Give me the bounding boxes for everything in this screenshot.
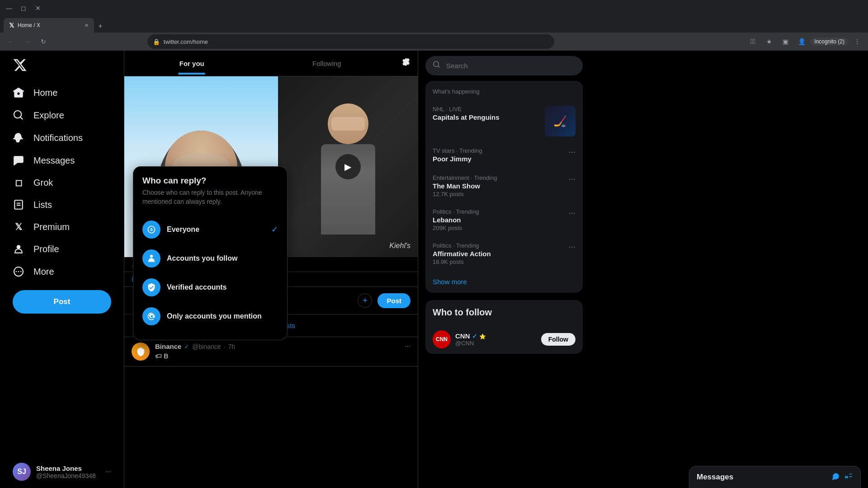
reply-option-verified[interactable]: Verified accounts bbox=[142, 273, 278, 302]
new-message-icon[interactable] bbox=[831, 472, 840, 483]
mentioned-icon bbox=[142, 307, 160, 325]
cnn-verified-icon: ✓ bbox=[472, 333, 477, 340]
post-handle: @binance bbox=[192, 343, 221, 350]
search-input-wrap[interactable] bbox=[425, 56, 583, 75]
back-button[interactable]: ← bbox=[4, 34, 18, 49]
forward-button[interactable]: → bbox=[20, 34, 34, 49]
bookmark-star-icon[interactable]: ★ bbox=[762, 34, 776, 49]
new-tab-button[interactable]: + bbox=[94, 20, 107, 33]
trending-item-entertainment[interactable]: Entertainment · Trending The Man Show 12… bbox=[425, 169, 583, 203]
tab-search-icon[interactable]: ▣ bbox=[778, 34, 793, 49]
post-item-binance[interactable]: Binance ✓ @binance · 7h 🏷 B ··· bbox=[124, 337, 418, 366]
profile-icon[interactable]: 👤 bbox=[794, 34, 809, 49]
trending-item-lebanon[interactable]: Politics · Trending Lebanon 209K posts ·… bbox=[425, 203, 583, 237]
cnn-name: CNN ✓ ⭐ bbox=[455, 332, 537, 340]
post-submit-button[interactable]: Post bbox=[377, 293, 410, 308]
who-to-follow-title: Who to follow bbox=[425, 300, 583, 325]
more-icon bbox=[13, 266, 24, 277]
x-favicon-icon: 𝕏 bbox=[9, 22, 14, 29]
whats-happening-header: What's happening bbox=[425, 81, 583, 100]
verified-label: Verified accounts bbox=[167, 283, 227, 291]
expand-messages-icon[interactable] bbox=[844, 472, 853, 483]
post-text: 🏷 B bbox=[155, 351, 399, 361]
user-info: Sheena Jones @SheenaJone49348 bbox=[36, 465, 96, 479]
entertainment-more-icon[interactable]: ··· bbox=[569, 174, 576, 184]
lock-icon: 🔒 bbox=[153, 38, 160, 45]
trending-item-affirmative-action[interactable]: Politics · Trending Affirmative Action 1… bbox=[425, 237, 583, 271]
everyone-checkmark: ✓ bbox=[271, 225, 278, 235]
everyone-label: Everyone bbox=[167, 225, 199, 234]
sidebar-item-home[interactable]: Home bbox=[5, 81, 118, 104]
tv-stars-info: TV stars · Trending Poor Jimmy bbox=[433, 147, 563, 164]
browser-toolbar: ← → ↻ 🔒 twitter.com/home 👁̸ ★ ▣ 👤 Incogn… bbox=[0, 33, 868, 51]
tab-for-you[interactable]: For you bbox=[124, 52, 259, 75]
video-content: ▶ Kiehl's bbox=[278, 76, 418, 257]
sidebar-logo[interactable] bbox=[5, 52, 118, 80]
video-play-button[interactable]: ▶ bbox=[335, 154, 361, 179]
reply-option-following[interactable]: Accounts you follow bbox=[142, 244, 278, 273]
tab-following[interactable]: Following bbox=[259, 52, 395, 75]
post-more-button[interactable]: ··· bbox=[405, 343, 410, 361]
trending-item-tv-stars[interactable]: TV stars · Trending Poor Jimmy ··· bbox=[425, 142, 583, 169]
sidebar-item-notifications[interactable]: Notifications bbox=[5, 127, 118, 149]
user-profile-row[interactable]: SJ Sheena Jones @SheenaJone49348 ··· bbox=[5, 457, 118, 486]
address-bar[interactable]: 🔒 twitter.com/home bbox=[147, 34, 554, 49]
minimize-button[interactable]: — bbox=[4, 3, 14, 14]
post-display-name: Binance bbox=[155, 343, 181, 350]
sidebar-item-home-label: Home bbox=[33, 88, 57, 98]
sidebar-item-profile[interactable]: Profile bbox=[5, 238, 118, 260]
following-icon bbox=[142, 249, 160, 267]
cnn-avatar: CNN bbox=[433, 330, 451, 348]
tv-stars-category: TV stars · Trending bbox=[433, 147, 563, 154]
user-handle: @SheenaJone49348 bbox=[36, 472, 96, 479]
browser-chrome: — ◻ ✕ 𝕏 Home / X ✕ + ← → ↻ 🔒 twitter.com… bbox=[0, 0, 868, 51]
post-author-row: Binance ✓ @binance · 7h bbox=[155, 343, 399, 350]
eye-slash-icon[interactable]: 👁̸ bbox=[745, 34, 760, 49]
explore-icon bbox=[13, 109, 24, 121]
sidebar-item-lists[interactable]: Lists bbox=[5, 193, 118, 216]
tv-stars-more-icon[interactable]: ··· bbox=[569, 147, 576, 157]
dropdown-title: Who can reply? bbox=[142, 176, 278, 186]
feed-settings-gear-icon[interactable] bbox=[394, 51, 418, 76]
lebanon-category: Politics · Trending bbox=[433, 208, 563, 215]
menu-dots-icon[interactable]: ⋮ bbox=[850, 34, 864, 49]
tab-close-icon[interactable]: ✕ bbox=[85, 23, 89, 28]
reply-option-mentioned[interactable]: Only accounts you mention bbox=[142, 302, 278, 331]
cnn-handle: @CNN bbox=[455, 340, 537, 347]
messages-bar[interactable]: Messages bbox=[689, 466, 861, 488]
whats-happening-card: What's happening NHL · LIVE Capitals at … bbox=[425, 81, 583, 293]
maximize-button[interactable]: ◻ bbox=[18, 3, 29, 14]
sidebar-item-premium-label: Premium bbox=[33, 222, 70, 232]
follow-item-cnn[interactable]: CNN CNN ✓ ⭐ @CNN Follow bbox=[425, 325, 583, 354]
sidebar-item-grok[interactable]: ◻ Grok bbox=[5, 172, 118, 193]
user-menu-dots[interactable]: ··· bbox=[105, 468, 111, 476]
messages-icon bbox=[13, 155, 24, 166]
everyone-icon bbox=[142, 221, 160, 239]
sidebar-item-explore[interactable]: Explore bbox=[5, 104, 118, 127]
post-button[interactable]: Post bbox=[13, 290, 111, 314]
incognito-badge[interactable]: Incognito (2) bbox=[811, 38, 848, 46]
affirmative-name: Affirmative Action bbox=[433, 250, 563, 258]
affirmative-info: Politics · Trending Affirmative Action 1… bbox=[433, 242, 563, 265]
close-button[interactable]: ✕ bbox=[33, 3, 43, 14]
browser-titlebar: — ◻ ✕ bbox=[0, 0, 868, 16]
notifications-icon bbox=[13, 132, 24, 144]
show-more-link[interactable]: Show more bbox=[425, 271, 583, 293]
reply-option-everyone[interactable]: Everyone ✓ bbox=[142, 215, 278, 244]
trending-item-nhl[interactable]: NHL · LIVE Capitals at Penguins 🏒 bbox=[425, 100, 583, 142]
face-mask-overlay bbox=[331, 117, 365, 131]
nhl-name: Capitals at Penguins bbox=[433, 113, 545, 121]
sidebar-item-premium[interactable]: 𝕏 Premium bbox=[5, 216, 118, 238]
tab-bar: 𝕏 Home / X ✕ + bbox=[0, 16, 868, 33]
add-more-button[interactable]: + bbox=[358, 293, 372, 308]
lebanon-more-icon[interactable]: ··· bbox=[569, 208, 576, 218]
search-input[interactable] bbox=[446, 62, 576, 70]
nhl-image: 🏒 bbox=[545, 106, 576, 136]
sidebar-item-more[interactable]: More bbox=[5, 260, 118, 283]
sidebar-item-messages[interactable]: Messages bbox=[5, 149, 118, 172]
reload-button[interactable]: ↻ bbox=[36, 34, 51, 49]
affirmative-more-icon[interactable]: ··· bbox=[569, 242, 576, 252]
cnn-follow-button[interactable]: Follow bbox=[541, 333, 576, 346]
nhl-category: NHL · LIVE bbox=[433, 106, 545, 113]
active-tab[interactable]: 𝕏 Home / X ✕ bbox=[4, 18, 94, 33]
